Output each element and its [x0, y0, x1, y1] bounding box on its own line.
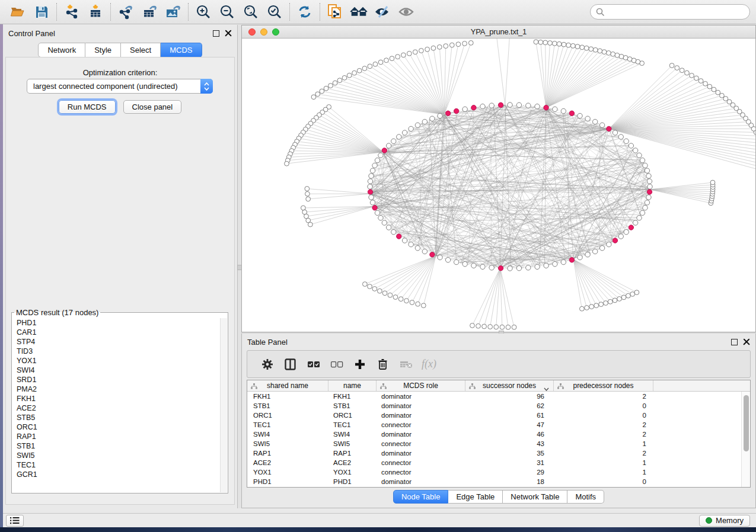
network-node[interactable] [372, 163, 377, 168]
mcds-result-item[interactable]: GCR1 [12, 470, 219, 479]
network-node[interactable] [328, 84, 333, 88]
table-scrollbar-thumb[interactable] [744, 395, 749, 451]
mcds-result-item[interactable]: TEC1 [12, 460, 219, 470]
network-node[interactable] [634, 290, 639, 295]
network-node[interactable] [410, 300, 414, 305]
network-node[interactable] [534, 40, 538, 44]
network-node[interactable] [384, 58, 389, 63]
network-node[interactable] [552, 41, 557, 46]
network-node[interactable] [585, 116, 590, 121]
network-node[interactable] [320, 89, 324, 94]
criterion-dropdown[interactable]: largest connected component (undirected) [27, 79, 213, 94]
column-header-name[interactable]: name [328, 380, 377, 391]
network-node[interactable] [562, 42, 566, 47]
network-node[interactable] [489, 265, 494, 270]
network-node[interactable] [526, 265, 531, 270]
network-node[interactable] [608, 299, 613, 304]
network-node[interactable] [462, 41, 467, 46]
deselect-all-button[interactable] [325, 361, 348, 368]
network-node[interactable] [703, 81, 708, 86]
network-node[interactable] [370, 200, 375, 205]
network-node[interactable] [413, 50, 417, 55]
mcds-result-item[interactable]: SRD1 [12, 375, 219, 384]
network-node[interactable] [444, 44, 448, 49]
add-column-button[interactable] [348, 359, 371, 370]
network-node[interactable] [402, 130, 407, 135]
network-node[interactable] [624, 139, 629, 143]
network-node[interactable] [308, 222, 312, 227]
task-history-button[interactable] [6, 515, 24, 527]
network-node[interactable] [422, 249, 427, 254]
close-panel-button[interactable]: Close panel [123, 100, 182, 114]
network-node[interactable] [626, 293, 631, 298]
table-row[interactable]: SWI5SWI5connector431 [247, 439, 741, 448]
export-network-button[interactable] [114, 2, 138, 22]
network-node[interactable] [592, 249, 597, 254]
network-node[interactable] [368, 179, 372, 184]
network-node[interactable] [337, 78, 342, 83]
dominator-node[interactable] [569, 258, 574, 262]
import-table-button[interactable] [84, 2, 107, 22]
dominator-node[interactable] [629, 225, 633, 230]
network-node[interactable] [716, 90, 720, 95]
network-node[interactable] [415, 123, 420, 127]
network-node[interactable] [391, 139, 396, 143]
dominator-node[interactable] [471, 105, 476, 110]
network-node[interactable] [584, 46, 589, 50]
mcds-result-item[interactable]: ORC1 [12, 422, 219, 432]
network-node[interactable] [585, 252, 590, 257]
table-row[interactable]: STB1STB1dominator620 [247, 401, 741, 411]
search-field[interactable] [590, 4, 750, 20]
network-node[interactable] [462, 107, 467, 111]
network-node[interactable] [388, 293, 393, 297]
network-node[interactable] [393, 295, 398, 300]
network-node[interactable] [618, 234, 623, 239]
network-node[interactable] [500, 325, 505, 329]
table-row[interactable]: SWI4SWI4dominator462 [247, 430, 741, 439]
network-node[interactable] [585, 306, 589, 310]
network-node[interactable] [578, 255, 582, 259]
network-node[interactable] [324, 86, 328, 91]
export-table-button[interactable] [138, 2, 161, 22]
network-node[interactable] [368, 184, 372, 189]
network-node[interactable] [602, 50, 607, 55]
table-row[interactable]: TEC1TEC1connector472 [247, 420, 741, 430]
network-node[interactable] [526, 103, 531, 108]
network-node[interactable] [512, 325, 516, 329]
network-node[interactable] [471, 263, 476, 268]
network-node[interactable] [633, 148, 637, 153]
network-node[interactable] [415, 246, 420, 251]
network-node[interactable] [599, 123, 604, 127]
network-node[interactable] [561, 259, 566, 264]
network-node[interactable] [669, 63, 674, 68]
network-node[interactable] [516, 266, 521, 271]
network-node[interactable] [618, 134, 623, 139]
mcds-result-item[interactable]: STP4 [12, 337, 219, 347]
dominator-node[interactable] [445, 111, 450, 116]
zoom-selected-button[interactable] [263, 2, 286, 22]
network-node[interactable] [430, 116, 435, 121]
network-node[interactable] [378, 60, 383, 65]
show-columns-button[interactable] [279, 358, 302, 370]
network-node[interactable] [694, 76, 698, 81]
network-node[interactable] [619, 54, 624, 59]
network-node[interactable] [438, 113, 442, 118]
tab-motifs[interactable]: Motifs [567, 490, 604, 504]
export-image-button[interactable] [161, 2, 185, 22]
network-node[interactable] [557, 41, 562, 46]
network-node[interactable] [593, 47, 598, 52]
mcds-result-item[interactable]: CAR1 [12, 328, 219, 337]
network-node[interactable] [578, 113, 582, 118]
network-node[interactable] [445, 258, 450, 262]
network-node[interactable] [640, 210, 645, 215]
network-node[interactable] [362, 66, 367, 71]
network-node[interactable] [645, 168, 649, 173]
network-node[interactable] [615, 53, 620, 57]
tab-mcds[interactable]: MCDS [161, 43, 202, 57]
network-node[interactable] [544, 263, 548, 268]
run-mcds-button[interactable]: Run MCDS [59, 100, 116, 114]
network-node[interactable] [646, 195, 651, 200]
network-node[interactable] [607, 242, 611, 246]
network-node[interactable] [579, 306, 584, 311]
network-node[interactable] [580, 45, 585, 50]
